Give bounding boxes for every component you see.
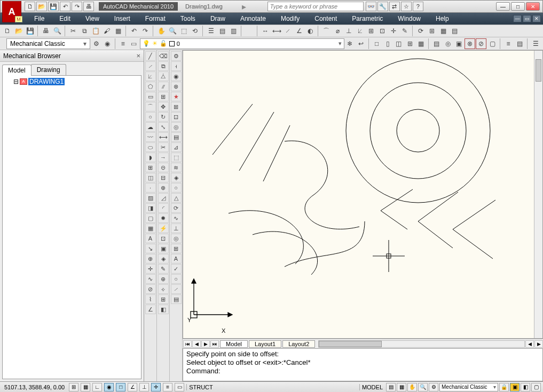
zoom-realtime-icon[interactable]: 🔍 bbox=[167, 26, 178, 36]
menu-insert[interactable]: Insert bbox=[107, 15, 138, 22]
browser-tree[interactable]: ⊟ A DRAWING1 bbox=[2, 75, 141, 379]
help-icon[interactable]: ? bbox=[413, 2, 423, 11]
zoom-previous-icon[interactable]: ⟲ bbox=[190, 26, 200, 36]
point-icon[interactable]: · bbox=[145, 183, 156, 193]
redo-icon[interactable]: ↷ bbox=[140, 26, 151, 36]
cline-angle-icon[interactable]: ∠ bbox=[145, 305, 156, 314]
make-block-icon[interactable]: ◫ bbox=[145, 173, 156, 182]
coordinates-readout[interactable]: 5107.13, 3588.49, 0.00 bbox=[2, 384, 67, 390]
dim-style2-icon[interactable]: ▦ bbox=[438, 26, 448, 36]
open-icon[interactable]: 📂 bbox=[13, 26, 24, 36]
osnap-toggle[interactable]: □ bbox=[116, 383, 125, 391]
bom-icon[interactable]: ▤ bbox=[171, 294, 182, 304]
menu-edit[interactable]: Edit bbox=[52, 15, 78, 22]
shaft-icon[interactable]: ⚙ bbox=[171, 51, 182, 61]
tree-root-node[interactable]: ⊟ A DRAWING1 bbox=[13, 78, 139, 85]
dyn-toggle[interactable]: ✛ bbox=[151, 383, 161, 391]
constraint5-icon[interactable]: ▤ bbox=[514, 38, 525, 49]
qat-undo-icon[interactable]: ↶ bbox=[60, 2, 70, 11]
layout-prev-icon[interactable]: ◀ bbox=[192, 340, 201, 348]
region-icon[interactable]: ▢ bbox=[145, 213, 156, 223]
cline-inbetween-icon[interactable]: ∿ bbox=[145, 274, 156, 284]
chain-icon[interactable]: ◈ bbox=[171, 173, 182, 182]
menu-file[interactable]: File bbox=[27, 15, 52, 22]
misc3-icon[interactable]: ◧ bbox=[158, 305, 169, 314]
design-center-icon[interactable]: ▤ bbox=[217, 26, 227, 36]
layer-dropdown[interactable]: 💡 ☀ 🔓 0 ▾ bbox=[140, 38, 344, 49]
zoom2-icon[interactable]: 🔍 bbox=[418, 383, 428, 391]
constraint3-icon[interactable]: ▢ bbox=[487, 38, 498, 49]
browser-tab-model[interactable]: Model bbox=[2, 65, 32, 76]
balloon-icon[interactable]: ○ bbox=[171, 274, 182, 284]
layer-previous-icon[interactable]: ↩ bbox=[356, 38, 366, 49]
layout-next-icon[interactable]: ▶ bbox=[201, 340, 210, 348]
viewport-four-icon[interactable]: ⊞ bbox=[405, 38, 415, 49]
workspace-settings-icon[interactable]: ⚙ bbox=[91, 38, 101, 49]
save-icon[interactable]: 💾 bbox=[25, 26, 35, 36]
otrack-toggle[interactable]: ∠ bbox=[128, 383, 137, 391]
trim-icon[interactable]: ✂ bbox=[158, 142, 169, 152]
holes-icon[interactable]: ⊡ bbox=[171, 112, 182, 122]
table2-icon[interactable]: ▦ bbox=[145, 223, 156, 233]
revision-cloud-icon[interactable]: ☁ bbox=[145, 122, 156, 132]
polar-toggle[interactable]: ◉ bbox=[104, 383, 114, 391]
spline-icon[interactable]: 〰 bbox=[145, 132, 156, 142]
menu-view[interactable]: View bbox=[78, 15, 107, 22]
cam-icon[interactable]: ◉ bbox=[171, 71, 182, 81]
centerline-icon[interactable]: ⊕ bbox=[145, 254, 156, 263]
workspace-combo[interactable]: Mechanical Classic bbox=[439, 383, 498, 391]
break-out-icon[interactable]: ⬚ bbox=[171, 153, 182, 162]
steering-wheel-icon[interactable]: ⚙ bbox=[429, 383, 438, 391]
belt-icon[interactable]: ○ bbox=[171, 183, 182, 193]
cline-plate-icon[interactable]: ⌇ bbox=[145, 294, 156, 304]
layout-last-icon[interactable]: ⏭ bbox=[210, 340, 219, 348]
partref-icon[interactable]: ⟋ bbox=[171, 284, 182, 294]
layer-props-icon[interactable]: ≡ bbox=[118, 38, 129, 49]
layout-tab-2[interactable]: Layout2 bbox=[282, 340, 315, 348]
favorite-star-icon[interactable]: ☆ bbox=[401, 2, 412, 11]
named-views-icon[interactable]: ▤ bbox=[431, 38, 442, 49]
chamfer-icon[interactable]: ◿ bbox=[158, 193, 169, 203]
mdi-close-icon[interactable]: ✕ bbox=[532, 15, 541, 22]
leader-icon[interactable]: ✓ bbox=[171, 264, 182, 274]
hatch-icon[interactable]: ▨ bbox=[145, 193, 156, 203]
menu-window[interactable]: Window bbox=[390, 15, 428, 22]
center-mark-icon[interactable]: ✛ bbox=[388, 26, 399, 36]
undo-icon[interactable]: ↶ bbox=[129, 26, 139, 36]
menu-content[interactable]: Content bbox=[307, 15, 344, 22]
fillet-icon[interactable]: ◜ bbox=[158, 203, 169, 213]
constraint4-icon[interactable]: ≡ bbox=[503, 38, 514, 49]
menu-help[interactable]: Help bbox=[428, 15, 457, 22]
qat-print-icon[interactable]: 🖶 bbox=[83, 2, 94, 11]
copy2-icon[interactable]: ⧉ bbox=[158, 61, 169, 71]
viewport-poly-icon[interactable]: ▦ bbox=[415, 38, 426, 49]
cline-cross-icon[interactable]: ✛ bbox=[145, 264, 156, 274]
ortho-toggle[interactable]: ∟ bbox=[92, 383, 102, 391]
mirror-icon[interactable]: ⧊ bbox=[158, 71, 169, 81]
vertical-scrollbar[interactable] bbox=[534, 51, 542, 338]
symmetry-icon[interactable]: ⊿ bbox=[171, 142, 182, 152]
menu-annotate[interactable]: Annotate bbox=[233, 15, 273, 22]
dim-linear-icon[interactable]: ⟷ bbox=[271, 26, 282, 36]
layout-first-icon[interactable]: ⏮ bbox=[183, 340, 192, 348]
break-icon[interactable]: ⊟ bbox=[158, 173, 169, 182]
circle-icon[interactable]: ○ bbox=[145, 112, 156, 122]
rectangle-icon[interactable]: ▭ bbox=[145, 92, 156, 101]
layer-freeze-icon[interactable]: ❄ bbox=[345, 38, 356, 49]
dim-edit-icon[interactable]: ✎ bbox=[399, 26, 410, 36]
misc2-icon[interactable]: ⊞ bbox=[158, 294, 169, 304]
powersnap2-icon[interactable]: ⊡ bbox=[158, 234, 169, 243]
dim-aligned-icon[interactable]: ⟋ bbox=[282, 26, 293, 36]
close-button[interactable]: ✕ bbox=[526, 2, 540, 11]
horizontal-scrollbar[interactable] bbox=[318, 340, 525, 348]
cut-icon[interactable]: ✂ bbox=[68, 26, 78, 36]
dim-style-icon[interactable]: ⊞ bbox=[427, 26, 437, 36]
mdi-minimize-icon[interactable]: — bbox=[513, 15, 522, 22]
block-editor-icon[interactable]: ▦ bbox=[113, 26, 123, 36]
line-icon[interactable]: ╱ bbox=[145, 51, 156, 61]
dim-radius-icon[interactable]: ◐ bbox=[305, 26, 316, 36]
pan2-icon[interactable]: ✋ bbox=[407, 383, 417, 391]
menu-draw[interactable]: Draw bbox=[203, 15, 233, 22]
qp-toggle[interactable]: ▭ bbox=[175, 383, 184, 391]
construction-line-icon[interactable]: ⟋ bbox=[145, 61, 156, 71]
